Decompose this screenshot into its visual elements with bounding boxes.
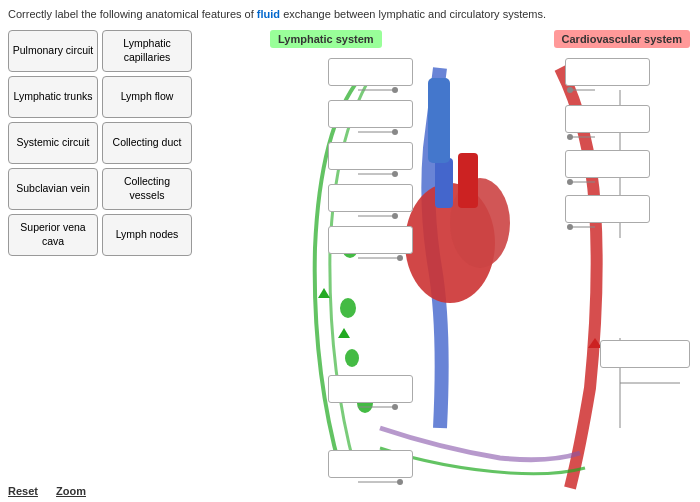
svg-point-10 [345, 349, 359, 367]
zoom-button[interactable]: Zoom [56, 485, 86, 497]
word-lymphatic-trunks[interactable]: Lymphatic trunks [8, 76, 98, 118]
cardiovascular-system-label: Cardiovascular system [554, 30, 690, 48]
svg-point-13 [392, 87, 398, 93]
word-bank: Pulmonary circuit Lymphatic capillaries … [8, 30, 192, 256]
highlight-word: fluid [257, 8, 280, 20]
diagram-area: Lymphatic system Cardiovascular system [210, 30, 700, 495]
answer-box-12[interactable] [328, 450, 413, 478]
svg-point-21 [397, 255, 403, 261]
word-superior-vena-cava[interactable]: Superior vena cava [8, 214, 98, 256]
controls-bar: Reset Zoom [8, 485, 101, 497]
svg-marker-1 [318, 288, 330, 298]
answer-box-9[interactable] [565, 195, 650, 223]
svg-rect-7 [428, 78, 450, 163]
answer-box-1[interactable] [328, 58, 413, 86]
answer-box-6[interactable] [565, 58, 650, 86]
svg-point-37 [397, 479, 403, 485]
svg-point-25 [567, 134, 573, 140]
reset-button[interactable]: Reset [8, 485, 38, 497]
word-collecting-duct[interactable]: Collecting duct [102, 122, 192, 164]
svg-point-23 [567, 87, 573, 93]
word-lymph-nodes[interactable]: Lymph nodes [102, 214, 192, 256]
svg-point-19 [392, 213, 398, 219]
svg-point-17 [392, 171, 398, 177]
svg-point-27 [567, 179, 573, 185]
answer-box-7[interactable] [565, 105, 650, 133]
answer-box-3[interactable] [328, 142, 413, 170]
answer-box-2[interactable] [328, 100, 413, 128]
word-pulmonary-circuit[interactable]: Pulmonary circuit [8, 30, 98, 72]
answer-box-4[interactable] [328, 184, 413, 212]
word-systemic-circuit[interactable]: Systemic circuit [8, 122, 98, 164]
svg-rect-5 [435, 158, 453, 208]
svg-point-35 [392, 404, 398, 410]
word-lymphatic-capillaries[interactable]: Lymphatic capillaries [102, 30, 192, 72]
answer-box-11[interactable] [328, 375, 413, 403]
lymphatic-system-label: Lymphatic system [270, 30, 382, 48]
svg-rect-6 [458, 153, 478, 208]
svg-point-15 [392, 129, 398, 135]
word-lymph-flow[interactable]: Lymph flow [102, 76, 192, 118]
instruction-text: Correctly label the following anatomical… [8, 8, 546, 20]
word-collecting-vessels[interactable]: Collecting vessels [102, 168, 192, 210]
answer-box-5[interactable] [328, 226, 413, 254]
svg-point-9 [340, 298, 356, 318]
svg-marker-0 [338, 328, 350, 338]
answer-box-10[interactable] [600, 340, 690, 368]
svg-point-29 [567, 224, 573, 230]
word-subclavian-vein[interactable]: Subclavian vein [8, 168, 98, 210]
answer-box-8[interactable] [565, 150, 650, 178]
